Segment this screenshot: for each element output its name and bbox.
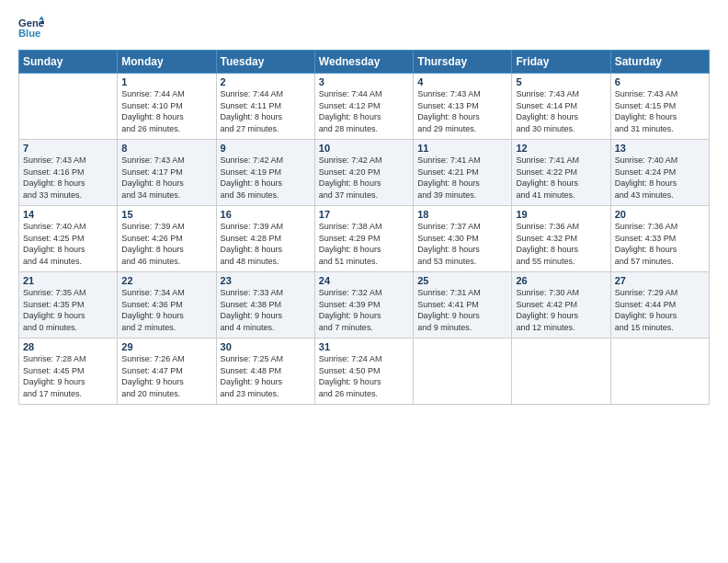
calendar-cell [610, 339, 709, 405]
day-info: Sunrise: 7:43 AMSunset: 4:17 PMDaylight:… [121, 155, 211, 201]
calendar-cell: 11Sunrise: 7:41 AMSunset: 4:21 PMDayligh… [414, 140, 512, 206]
weekday-header-friday: Friday [512, 51, 610, 74]
day-number: 8 [121, 143, 211, 154]
week-row-5: 28Sunrise: 7:28 AMSunset: 4:45 PMDayligh… [19, 339, 710, 405]
day-info: Sunrise: 7:36 AMSunset: 4:32 PMDaylight:… [516, 221, 606, 267]
day-info: Sunrise: 7:35 AMSunset: 4:35 PMDaylight:… [23, 287, 113, 333]
day-number: 11 [417, 143, 507, 154]
day-info: Sunrise: 7:38 AMSunset: 4:29 PMDaylight:… [319, 221, 409, 267]
calendar-cell: 8Sunrise: 7:43 AMSunset: 4:17 PMDaylight… [118, 140, 216, 206]
weekday-header-tuesday: Tuesday [216, 51, 314, 74]
day-info: Sunrise: 7:43 AMSunset: 4:16 PMDaylight:… [23, 155, 113, 201]
day-info: Sunrise: 7:30 AMSunset: 4:42 PMDaylight:… [516, 287, 606, 333]
weekday-header-saturday: Saturday [610, 51, 709, 74]
day-info: Sunrise: 7:25 AMSunset: 4:48 PMDaylight:… [221, 353, 311, 399]
day-info: Sunrise: 7:44 AMSunset: 4:12 PMDaylight:… [319, 88, 409, 134]
week-row-3: 14Sunrise: 7:40 AMSunset: 4:25 PMDayligh… [19, 206, 710, 272]
day-info: Sunrise: 7:26 AMSunset: 4:47 PMDaylight:… [121, 353, 211, 399]
day-number: 29 [121, 341, 211, 352]
calendar-cell: 15Sunrise: 7:39 AMSunset: 4:26 PMDayligh… [118, 206, 216, 272]
day-number: 19 [516, 209, 606, 220]
day-number: 25 [417, 275, 507, 286]
day-number: 18 [417, 209, 507, 220]
day-number: 27 [615, 275, 705, 286]
calendar-cell: 17Sunrise: 7:38 AMSunset: 4:29 PMDayligh… [314, 206, 413, 272]
day-number: 23 [221, 275, 311, 286]
calendar-cell: 18Sunrise: 7:37 AMSunset: 4:30 PMDayligh… [414, 206, 512, 272]
calendar-cell: 27Sunrise: 7:29 AMSunset: 4:44 PMDayligh… [610, 272, 709, 339]
calendar-cell: 5Sunrise: 7:43 AMSunset: 4:14 PMDaylight… [512, 74, 610, 140]
day-number: 28 [23, 341, 113, 352]
day-info: Sunrise: 7:43 AMSunset: 4:14 PMDaylight:… [516, 88, 606, 134]
day-info: Sunrise: 7:31 AMSunset: 4:41 PMDaylight:… [417, 287, 507, 333]
week-row-4: 21Sunrise: 7:35 AMSunset: 4:35 PMDayligh… [19, 272, 710, 339]
day-info: Sunrise: 7:40 AMSunset: 4:24 PMDaylight:… [615, 155, 705, 201]
day-info: Sunrise: 7:37 AMSunset: 4:30 PMDaylight:… [417, 221, 507, 267]
calendar-cell: 3Sunrise: 7:44 AMSunset: 4:12 PMDaylight… [314, 74, 413, 140]
day-number: 21 [23, 275, 113, 286]
day-info: Sunrise: 7:43 AMSunset: 4:13 PMDaylight:… [417, 88, 507, 134]
day-info: Sunrise: 7:44 AMSunset: 4:10 PMDaylight:… [121, 88, 211, 134]
day-number: 20 [615, 209, 705, 220]
day-info: Sunrise: 7:41 AMSunset: 4:22 PMDaylight:… [516, 155, 606, 201]
day-info: Sunrise: 7:44 AMSunset: 4:11 PMDaylight:… [221, 88, 311, 134]
day-info: Sunrise: 7:42 AMSunset: 4:19 PMDaylight:… [221, 155, 311, 201]
calendar-cell: 24Sunrise: 7:32 AMSunset: 4:39 PMDayligh… [314, 272, 413, 339]
day-number: 10 [319, 143, 409, 154]
day-number: 16 [221, 209, 311, 220]
calendar-cell: 1Sunrise: 7:44 AMSunset: 4:10 PMDaylight… [118, 74, 216, 140]
calendar-cell: 25Sunrise: 7:31 AMSunset: 4:41 PMDayligh… [414, 272, 512, 339]
weekday-header-wednesday: Wednesday [314, 51, 413, 74]
day-number: 12 [516, 143, 606, 154]
calendar-cell: 14Sunrise: 7:40 AMSunset: 4:25 PMDayligh… [19, 206, 118, 272]
day-number: 14 [23, 209, 113, 220]
day-info: Sunrise: 7:32 AMSunset: 4:39 PMDaylight:… [319, 287, 409, 333]
day-info: Sunrise: 7:24 AMSunset: 4:50 PMDaylight:… [319, 353, 409, 399]
calendar-cell: 9Sunrise: 7:42 AMSunset: 4:19 PMDaylight… [216, 140, 314, 206]
logo: General Blue [18, 15, 46, 40]
day-number: 30 [221, 341, 311, 352]
calendar-cell: 2Sunrise: 7:44 AMSunset: 4:11 PMDaylight… [216, 74, 314, 140]
day-number: 13 [615, 143, 705, 154]
calendar-cell: 13Sunrise: 7:40 AMSunset: 4:24 PMDayligh… [610, 140, 709, 206]
svg-text:Blue: Blue [18, 28, 40, 39]
calendar-cell: 12Sunrise: 7:41 AMSunset: 4:22 PMDayligh… [512, 140, 610, 206]
calendar-cell: 20Sunrise: 7:36 AMSunset: 4:33 PMDayligh… [610, 206, 709, 272]
calendar-cell: 30Sunrise: 7:25 AMSunset: 4:48 PMDayligh… [216, 339, 314, 405]
calendar-table: SundayMondayTuesdayWednesdayThursdayFrid… [18, 50, 710, 405]
day-info: Sunrise: 7:33 AMSunset: 4:38 PMDaylight:… [221, 287, 311, 333]
page-header: General Blue [18, 15, 710, 40]
calendar-cell: 28Sunrise: 7:28 AMSunset: 4:45 PMDayligh… [19, 339, 118, 405]
calendar-cell: 4Sunrise: 7:43 AMSunset: 4:13 PMDaylight… [414, 74, 512, 140]
day-number: 15 [121, 209, 211, 220]
day-info: Sunrise: 7:40 AMSunset: 4:25 PMDaylight:… [23, 221, 113, 267]
calendar-cell: 16Sunrise: 7:39 AMSunset: 4:28 PMDayligh… [216, 206, 314, 272]
logo-icon: General Blue [18, 15, 44, 40]
calendar-cell [19, 74, 118, 140]
day-info: Sunrise: 7:29 AMSunset: 4:44 PMDaylight:… [615, 287, 705, 333]
day-number: 5 [516, 76, 606, 87]
day-info: Sunrise: 7:34 AMSunset: 4:36 PMDaylight:… [121, 287, 211, 333]
day-info: Sunrise: 7:41 AMSunset: 4:21 PMDaylight:… [417, 155, 507, 201]
day-number: 6 [615, 76, 705, 87]
day-number: 1 [121, 76, 211, 87]
day-number: 26 [516, 275, 606, 286]
weekday-header-thursday: Thursday [414, 51, 512, 74]
calendar-cell: 10Sunrise: 7:42 AMSunset: 4:20 PMDayligh… [314, 140, 413, 206]
day-number: 4 [417, 76, 507, 87]
day-info: Sunrise: 7:39 AMSunset: 4:28 PMDaylight:… [221, 221, 311, 267]
day-info: Sunrise: 7:36 AMSunset: 4:33 PMDaylight:… [615, 221, 705, 267]
calendar-cell: 19Sunrise: 7:36 AMSunset: 4:32 PMDayligh… [512, 206, 610, 272]
calendar-cell: 23Sunrise: 7:33 AMSunset: 4:38 PMDayligh… [216, 272, 314, 339]
calendar-cell: 7Sunrise: 7:43 AMSunset: 4:16 PMDaylight… [19, 140, 118, 206]
day-info: Sunrise: 7:42 AMSunset: 4:20 PMDaylight:… [319, 155, 409, 201]
calendar-cell: 21Sunrise: 7:35 AMSunset: 4:35 PMDayligh… [19, 272, 118, 339]
week-row-1: 1Sunrise: 7:44 AMSunset: 4:10 PMDaylight… [19, 74, 710, 140]
day-info: Sunrise: 7:43 AMSunset: 4:15 PMDaylight:… [615, 88, 705, 134]
calendar-cell: 26Sunrise: 7:30 AMSunset: 4:42 PMDayligh… [512, 272, 610, 339]
day-number: 3 [319, 76, 409, 87]
calendar-cell [414, 339, 512, 405]
day-number: 24 [319, 275, 409, 286]
calendar-cell: 22Sunrise: 7:34 AMSunset: 4:36 PMDayligh… [118, 272, 216, 339]
day-number: 9 [221, 143, 311, 154]
